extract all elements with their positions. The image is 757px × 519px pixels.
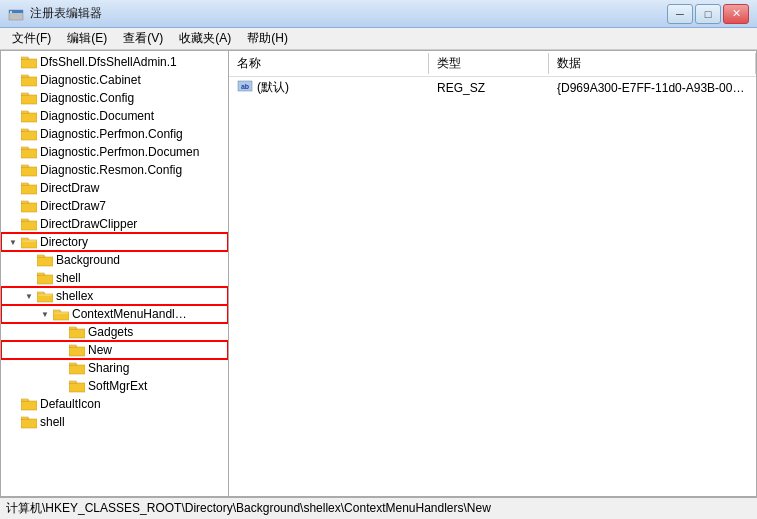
main-content: DfsShell.DfsShellAdmin.1 Diagnostic.Cabi… [0, 50, 757, 497]
menu-file[interactable]: 文件(F) [4, 28, 59, 49]
expand-icon-gadgets[interactable] [53, 324, 69, 340]
expand-icon-contextmenuhandlers[interactable]: ▼ [37, 306, 53, 322]
folder-icon-diag-perfmon [21, 126, 37, 142]
folder-icon-directdraw [21, 180, 37, 196]
tree-item-diag-document[interactable]: Diagnostic.Document [1, 107, 228, 125]
tree-label-defaulticon: DefaultIcon [40, 397, 101, 411]
tree-item-defaulticon[interactable]: DefaultIcon [1, 395, 228, 413]
folder-icon-directdraw7 [21, 198, 37, 214]
tree-item-diag-config[interactable]: Diagnostic.Config [1, 89, 228, 107]
expand-icon-diag-document[interactable] [5, 108, 21, 124]
expand-icon-shell2[interactable] [5, 414, 21, 430]
expand-icon-diag-config[interactable] [5, 90, 21, 106]
tree-item-diag-perfmon-doc[interactable]: Diagnostic.Perfmon.Documen [1, 143, 228, 161]
folder-icon-diag-resmon [21, 162, 37, 178]
expand-icon-softmgrext[interactable] [53, 378, 69, 394]
tree-label-background: Background [56, 253, 120, 267]
expand-icon-background[interactable] [21, 252, 37, 268]
folder-icon-contextmenuhandlers [53, 306, 69, 322]
tree-label-new: New [88, 343, 112, 357]
tree-label-directdraw7: DirectDraw7 [40, 199, 106, 213]
expand-icon-sharing[interactable] [53, 360, 69, 376]
folder-icon-dfsshell [21, 54, 37, 70]
tree-item-dfsshell[interactable]: DfsShell.DfsShellAdmin.1 [1, 53, 228, 71]
folder-icon-shell2 [21, 414, 37, 430]
tree-label-shellex: shellex [56, 289, 93, 303]
tree-item-directdrawclipper[interactable]: DirectDrawClipper [1, 215, 228, 233]
tree-label-diag-resmon: Diagnostic.Resmon.Config [40, 163, 182, 177]
folder-icon-diag-perfmon-doc [21, 144, 37, 160]
folder-icon-directdrawclipper [21, 216, 37, 232]
tree-item-sharing[interactable]: Sharing [1, 359, 228, 377]
folder-icon-directory [21, 234, 37, 250]
expand-icon-directory[interactable]: ▼ [5, 234, 21, 250]
folder-icon-sharing [69, 360, 85, 376]
folder-icon-new [69, 342, 85, 358]
tree-item-diag-resmon[interactable]: Diagnostic.Resmon.Config [1, 161, 228, 179]
expand-icon-diag-resmon[interactable] [5, 162, 21, 178]
tree-item-diag-perfmon[interactable]: Diagnostic.Perfmon.Config [1, 125, 228, 143]
folder-icon-background [37, 252, 53, 268]
expand-icon-directdraw[interactable] [5, 180, 21, 196]
expand-icon-diag-cabinet[interactable] [5, 72, 21, 88]
title-bar: 注册表编辑器 ─ □ ✕ [0, 0, 757, 28]
tree-label-sharing: Sharing [88, 361, 129, 375]
tree-item-shell2[interactable]: shell [1, 413, 228, 431]
tree-label-gadgets: Gadgets [88, 325, 133, 339]
tree-item-directory[interactable]: ▼ Directory [1, 233, 228, 251]
tree-panel[interactable]: DfsShell.DfsShellAdmin.1 Diagnostic.Cabi… [1, 51, 229, 496]
tree-label-shell2: shell [40, 415, 65, 429]
expand-icon-diag-perfmon-doc[interactable] [5, 144, 21, 160]
tree-label-shell: shell [56, 271, 81, 285]
tree-item-contextmenuhandlers[interactable]: ▼ ContextMenuHandl… [1, 305, 228, 323]
data-name-text: (默认) [257, 79, 289, 96]
right-panel-content[interactable]: ab (默认)REG_SZ{D969A300-E7FF-11d0-A93B-00… [229, 77, 756, 496]
data-cell-data: {D969A300-E7FF-11d0-A93B-00A0C90F2719} [549, 80, 756, 96]
tree-item-shell[interactable]: shell [1, 269, 228, 287]
tree-item-directdraw7[interactable]: DirectDraw7 [1, 197, 228, 215]
tree-item-directdraw[interactable]: DirectDraw [1, 179, 228, 197]
tree-item-background[interactable]: Background [1, 251, 228, 269]
expand-icon-defaulticon[interactable] [5, 396, 21, 412]
menu-help[interactable]: 帮助(H) [239, 28, 296, 49]
status-text: 计算机\HKEY_CLASSES_ROOT\Directory\Backgrou… [6, 500, 491, 517]
tree-label-directdrawclipper: DirectDrawClipper [40, 217, 137, 231]
menu-edit[interactable]: 编辑(E) [59, 28, 115, 49]
menu-favorites[interactable]: 收藏夹(A) [171, 28, 239, 49]
expand-icon-shell[interactable] [21, 270, 37, 286]
svg-rect-2 [10, 11, 12, 13]
tree-item-gadgets[interactable]: Gadgets [1, 323, 228, 341]
expand-icon-diag-perfmon[interactable] [5, 126, 21, 142]
tree-item-diag-cabinet[interactable]: Diagnostic.Cabinet [1, 71, 228, 89]
expand-icon-shellex[interactable]: ▼ [21, 288, 37, 304]
close-button[interactable]: ✕ [723, 4, 749, 24]
tree-label-dfsshell: DfsShell.DfsShellAdmin.1 [40, 55, 177, 69]
folder-icon-diag-cabinet [21, 72, 37, 88]
folder-icon-softmgrext [69, 378, 85, 394]
folder-icon-shell [37, 270, 53, 286]
menu-view[interactable]: 查看(V) [115, 28, 171, 49]
title-buttons: ─ □ ✕ [667, 4, 749, 24]
svg-text:ab: ab [241, 83, 249, 90]
tree-label-diag-perfmon: Diagnostic.Perfmon.Config [40, 127, 183, 141]
tree-label-contextmenuhandlers: ContextMenuHandl… [72, 307, 187, 321]
tree-label-directdraw: DirectDraw [40, 181, 99, 195]
tree-item-shellex[interactable]: ▼ shellex [1, 287, 228, 305]
minimize-button[interactable]: ─ [667, 4, 693, 24]
column-headers: 名称 类型 数据 [229, 51, 756, 77]
tree-item-new[interactable]: New [1, 341, 228, 359]
expand-icon-directdrawclipper[interactable] [5, 216, 21, 232]
tree-item-softmgrext[interactable]: SoftMgrExt [1, 377, 228, 395]
data-cell-type: REG_SZ [429, 80, 549, 96]
expand-icon-new[interactable] [53, 342, 69, 358]
reg-sz-icon: ab [237, 79, 253, 96]
tree-label-diag-document: Diagnostic.Document [40, 109, 154, 123]
folder-icon-diag-config [21, 90, 37, 106]
expand-icon-dfsshell[interactable] [5, 54, 21, 70]
table-row[interactable]: ab (默认)REG_SZ{D969A300-E7FF-11d0-A93B-00… [229, 77, 756, 98]
col-header-data: 数据 [549, 53, 756, 74]
right-panel: 名称 类型 数据 ab (默认)REG_SZ{D969A300-E7FF-11d… [229, 51, 756, 496]
expand-icon-directdraw7[interactable] [5, 198, 21, 214]
maximize-button[interactable]: □ [695, 4, 721, 24]
folder-icon-diag-document [21, 108, 37, 124]
